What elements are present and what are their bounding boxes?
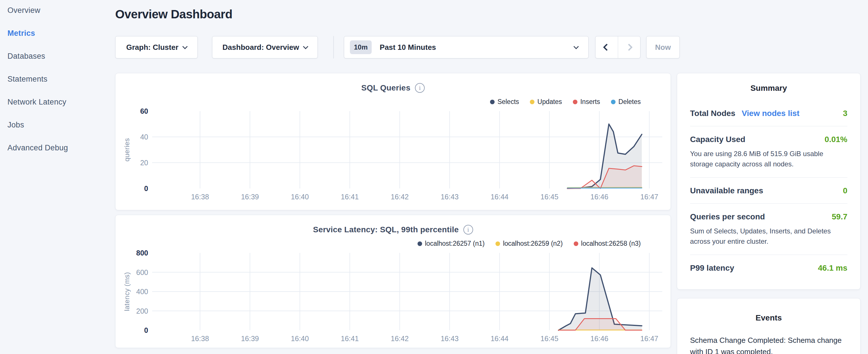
summary-label: Capacity Used bbox=[690, 135, 745, 144]
sql-queries-plot[interactable]: 16:3816:3916:4016:4116:4216:4316:4416:45… bbox=[116, 73, 671, 210]
dashboard-select-dropdown[interactable]: Dashboard: Overview bbox=[212, 36, 318, 58]
svg-text:16:38: 16:38 bbox=[191, 334, 209, 343]
summary-label: Unavailable ranges bbox=[690, 186, 763, 195]
right-column: Summary Total Nodes View nodes list 3 Ca… bbox=[677, 73, 861, 354]
svg-text:16:46: 16:46 bbox=[590, 334, 608, 343]
svg-text:16:38: 16:38 bbox=[191, 193, 209, 201]
events-heading: Events bbox=[690, 313, 847, 322]
service-latency-card: Service Latency: SQL, 99th percentile lo… bbox=[115, 215, 671, 348]
summary-panel: Summary Total Nodes View nodes list 3 Ca… bbox=[677, 73, 861, 290]
svg-text:0: 0 bbox=[144, 185, 148, 192]
time-step-buttons bbox=[595, 36, 641, 58]
svg-text:40: 40 bbox=[140, 133, 148, 141]
sidebar: Overview Metrics Databases Statements Ne… bbox=[0, 0, 115, 354]
now-button[interactable]: Now bbox=[646, 36, 680, 58]
sidebar-item-metrics[interactable]: Metrics bbox=[7, 29, 115, 37]
svg-text:200: 200 bbox=[136, 307, 148, 315]
svg-text:16:46: 16:46 bbox=[590, 193, 608, 201]
svg-text:16:42: 16:42 bbox=[391, 334, 409, 343]
sidebar-item-advanced-debug[interactable]: Advanced Debug bbox=[7, 144, 115, 152]
chevron-down-icon bbox=[182, 44, 187, 49]
app-root: Overview Metrics Databases Statements Ne… bbox=[0, 0, 868, 354]
service-latency-plot[interactable]: 16:3816:3916:4016:4116:4216:4316:4416:45… bbox=[116, 215, 671, 348]
svg-text:16:40: 16:40 bbox=[291, 334, 309, 343]
svg-text:600: 600 bbox=[136, 268, 148, 277]
controls-divider bbox=[333, 36, 334, 58]
time-range-dropdown[interactable]: 10m Past 10 Minutes bbox=[344, 36, 589, 58]
next-range-button[interactable] bbox=[618, 36, 641, 58]
event-message: Schema Change Completed: Schema change w… bbox=[690, 334, 847, 354]
svg-text:800: 800 bbox=[136, 249, 148, 257]
summary-value: 3 bbox=[843, 109, 847, 118]
page-title: Overview Dashboard bbox=[115, 7, 232, 21]
sidebar-item-databases[interactable]: Databases bbox=[7, 52, 115, 60]
summary-description: You are using 28.6 MiB of 515.9 GiB usab… bbox=[690, 149, 847, 169]
summary-row-capacity-used: Capacity Used 0.01% You are using 28.6 M… bbox=[690, 126, 847, 178]
summary-row-unavailable-ranges: Unavailable ranges 0 bbox=[690, 178, 847, 204]
dashboard-select-label: Dashboard: Overview bbox=[222, 43, 299, 52]
svg-text:0: 0 bbox=[144, 326, 148, 334]
sidebar-item-jobs[interactable]: Jobs bbox=[7, 121, 115, 129]
range-label: Past 10 Minutes bbox=[380, 43, 436, 52]
svg-text:16:39: 16:39 bbox=[241, 193, 259, 201]
svg-text:16:47: 16:47 bbox=[641, 193, 658, 201]
svg-text:20: 20 bbox=[140, 159, 148, 167]
svg-text:16:40: 16:40 bbox=[291, 193, 309, 201]
controls-bar: Graph: Cluster Dashboard: Overview 10m P… bbox=[115, 36, 680, 58]
summary-label: Total Nodes bbox=[690, 109, 735, 118]
summary-label: Queries per second bbox=[690, 212, 765, 221]
summary-value: 0.01% bbox=[825, 135, 847, 144]
svg-text:16:45: 16:45 bbox=[540, 193, 559, 201]
event-item: Schema Change Completed: Schema change w… bbox=[690, 334, 847, 354]
graph-select-dropdown[interactable]: Graph: Cluster bbox=[115, 36, 198, 58]
svg-text:16:44: 16:44 bbox=[491, 193, 509, 201]
prev-range-button[interactable] bbox=[595, 36, 618, 58]
summary-description: Sum of Selects, Updates, Inserts, and De… bbox=[690, 226, 847, 247]
svg-text:16:44: 16:44 bbox=[491, 334, 509, 343]
svg-text:queries: queries bbox=[123, 138, 131, 162]
chevron-right-icon bbox=[626, 43, 633, 51]
summary-value: 46.1 ms bbox=[818, 263, 847, 273]
graph-select-label: Graph: Cluster bbox=[126, 43, 178, 52]
svg-text:16:41: 16:41 bbox=[341, 193, 359, 201]
svg-text:16:42: 16:42 bbox=[391, 193, 409, 201]
svg-text:16:41: 16:41 bbox=[341, 334, 359, 343]
summary-row-total-nodes: Total Nodes View nodes list 3 bbox=[690, 100, 847, 126]
svg-text:latency (ms): latency (ms) bbox=[123, 272, 131, 311]
svg-text:16:43: 16:43 bbox=[441, 193, 459, 201]
sql-queries-card: SQL Queries SelectsUpdatesInsertsDeletes… bbox=[115, 73, 671, 210]
svg-text:16:43: 16:43 bbox=[441, 334, 459, 343]
svg-text:16:45: 16:45 bbox=[540, 334, 559, 343]
chevron-down-icon bbox=[574, 44, 579, 49]
svg-text:400: 400 bbox=[136, 288, 148, 296]
summary-value: 0 bbox=[843, 186, 847, 195]
chevron-down-icon bbox=[303, 44, 308, 49]
range-badge: 10m bbox=[350, 40, 372, 54]
chevron-left-icon bbox=[603, 43, 610, 51]
summary-label: P99 latency bbox=[690, 263, 734, 273]
sidebar-item-network-latency[interactable]: Network Latency bbox=[7, 98, 115, 106]
sidebar-item-overview[interactable]: Overview bbox=[7, 6, 115, 14]
summary-row-p99-latency: P99 latency 46.1 ms bbox=[690, 255, 847, 281]
summary-row-queries-per-second: Queries per second 59.7 Sum of Selects, … bbox=[690, 204, 847, 255]
summary-value: 59.7 bbox=[832, 212, 848, 221]
svg-text:16:39: 16:39 bbox=[241, 334, 259, 343]
summary-heading: Summary bbox=[690, 84, 847, 93]
sidebar-item-statements[interactable]: Statements bbox=[7, 75, 115, 83]
view-nodes-list-link[interactable]: View nodes list bbox=[742, 109, 800, 118]
svg-text:60: 60 bbox=[140, 107, 148, 115]
charts-column: SQL Queries SelectsUpdatesInsertsDeletes… bbox=[115, 73, 671, 348]
events-panel: Events Schema Change Completed: Schema c… bbox=[677, 298, 861, 354]
svg-text:16:47: 16:47 bbox=[641, 334, 658, 343]
